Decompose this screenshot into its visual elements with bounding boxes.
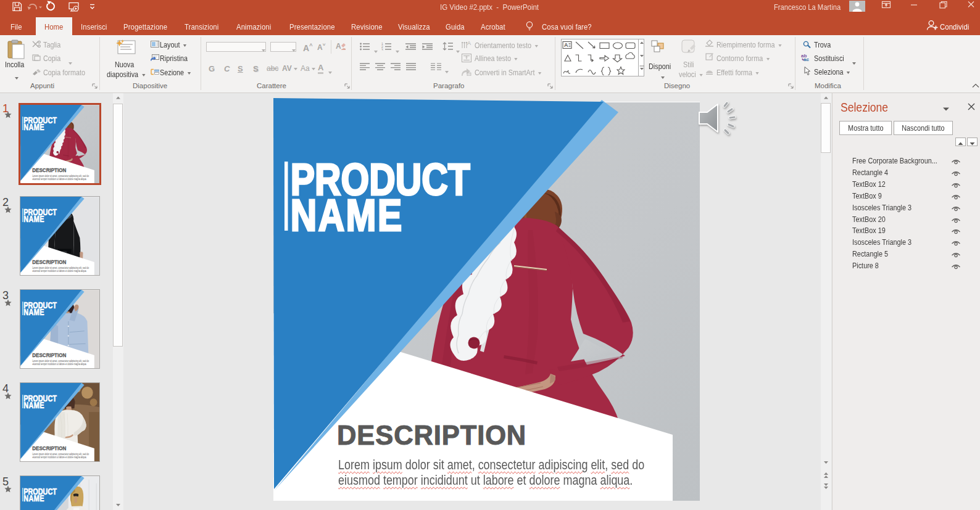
svg-text:A: A [564, 42, 568, 48]
svg-text:ac: ac [804, 57, 809, 61]
svg-text:A: A [336, 42, 341, 51]
svg-text:3: 3 [381, 48, 383, 51]
svg-text:A: A [467, 40, 471, 46]
